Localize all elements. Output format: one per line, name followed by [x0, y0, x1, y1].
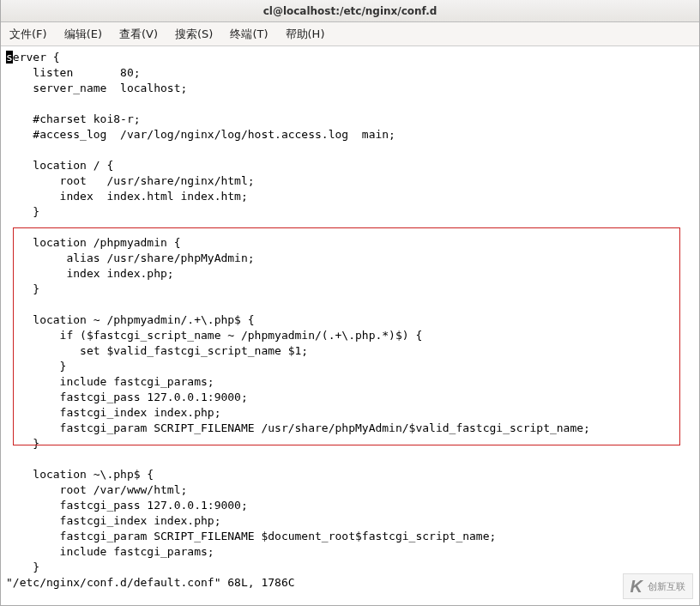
window-title: cl@localhost:/etc/nginx/conf.d — [263, 5, 438, 17]
watermark-label: 创新互联 — [648, 580, 685, 593]
code-line: #charset koi8-r; — [6, 112, 141, 125]
code-line: fastcgi_param SCRIPT_FILENAME $document_… — [6, 530, 496, 542]
menu-term[interactable]: 终端(T) — [226, 25, 271, 44]
titlebar: cl@localhost:/etc/nginx/conf.d — [1, 0, 699, 22]
code-line: location / { — [6, 159, 113, 172]
code-line: } — [6, 205, 39, 218]
code-line: fastcgi_param SCRIPT_FILENAME /usr/share… — [6, 421, 590, 434]
cursor: s — [6, 51, 13, 64]
code-line: root /usr/share/nginx/html; — [6, 174, 255, 187]
code-line: location ~ /phpmyadmin/.+\.php$ { — [6, 313, 255, 326]
status-line: "/etc/nginx/conf.d/default.conf" 68L, 17… — [6, 576, 295, 589]
code-line: listen 80; — [6, 66, 141, 79]
terminal-window: cl@localhost:/etc/nginx/conf.d 文件(F) 编辑(… — [0, 0, 700, 606]
code-line: } — [6, 360, 66, 373]
menu-edit[interactable]: 编辑(E) — [61, 25, 106, 44]
code-line: if ($fastcgi_script_name ~ /phpmyadmin/(… — [6, 329, 422, 342]
code-line: alias /usr/share/phpMyAdmin; — [6, 251, 255, 264]
menu-file[interactable]: 文件(F) — [6, 25, 51, 44]
code-line: } — [6, 561, 39, 573]
code-line: fastcgi_pass 127.0.0.1:9000; — [6, 499, 248, 512]
code-line: } — [6, 437, 39, 450]
code-line: location ~\.php$ { — [6, 468, 154, 481]
code-line: erver { — [13, 51, 60, 64]
code-line: server_name localhost; — [6, 82, 187, 94]
code-line: include fastcgi_params; — [6, 545, 214, 558]
code-line: fastcgi_pass 127.0.0.1:9000; — [6, 391, 248, 403]
code-line: set $valid_fastcgi_script_name $1; — [6, 344, 308, 357]
code-line: index index.php; — [6, 267, 174, 280]
code-line: root /var/www/html; — [6, 483, 187, 496]
code-line: location /phpmyadmin { — [6, 236, 181, 249]
code-line: #access_log /var/log/nginx/log/host.acce… — [6, 128, 395, 141]
code-line: index index.html index.htm; — [6, 190, 248, 203]
watermark: K 创新互联 — [623, 573, 693, 599]
menu-view[interactable]: 查看(V) — [116, 25, 161, 44]
code-line: include fastcgi_params; — [6, 375, 214, 388]
terminal-content[interactable]: server { listen 80; server_name localhos… — [1, 46, 699, 605]
code-line: fastcgi_index index.php; — [6, 514, 220, 527]
watermark-logo-icon: K — [631, 578, 643, 595]
menu-search[interactable]: 搜索(S) — [172, 25, 216, 44]
code-line: fastcgi_index index.php; — [6, 406, 220, 419]
menu-help[interactable]: 帮助(H) — [282, 25, 329, 44]
code-line: } — [6, 282, 39, 295]
menubar: 文件(F) 编辑(E) 查看(V) 搜索(S) 终端(T) 帮助(H) — [1, 22, 699, 46]
